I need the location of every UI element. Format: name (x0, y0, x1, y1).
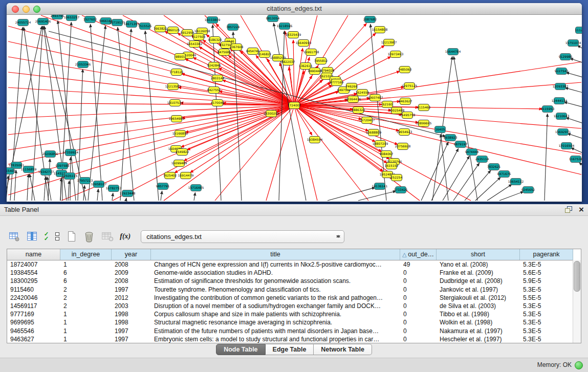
graph-node[interactable]: 16154808 (372, 27, 388, 33)
table-cell[interactable]: Corpus callosum shape and size in male p… (151, 310, 400, 318)
graph-edge[interactable] (431, 148, 459, 201)
graph-edge[interactable] (10, 27, 23, 201)
graph-node[interactable]: 16914479 (178, 172, 194, 179)
table-options-icon[interactable] (8, 231, 20, 242)
graph-node[interactable]: 10653257 (64, 15, 80, 21)
graph-edge[interactable] (571, 148, 582, 155)
table-cell[interactable]: 5.3E-5 (520, 302, 573, 310)
table-cell[interactable]: 1997 (112, 327, 151, 335)
graph-node[interactable]: 17359924 (63, 149, 79, 156)
graph-node[interactable]: 10973493 (388, 51, 404, 58)
graph-edge[interactable] (14, 170, 16, 201)
table-cell[interactable]: 1 (60, 310, 112, 318)
graph-node[interactable]: 10899695 (416, 120, 432, 127)
graph-edge[interactable] (565, 87, 582, 94)
table-cell[interactable]: 0 (400, 302, 437, 310)
column-header-title[interactable]: title (151, 249, 400, 260)
graph-node[interactable]: 16961758 (303, 49, 319, 56)
table-cell[interactable]: 9465546 (7, 327, 60, 335)
table-cell[interactable]: Franke et al. (2009) (437, 269, 520, 277)
table-cell[interactable]: 49 (400, 260, 437, 269)
column-header-pagerank[interactable]: pagerank (520, 249, 573, 260)
graph-node[interactable]: 8115953 (541, 106, 555, 113)
network-canvas[interactable]: 2405572420691406249379110653257152760284… (7, 15, 582, 202)
graph-node[interactable]: 9242848 (207, 62, 221, 69)
graph-edge[interactable] (88, 26, 105, 201)
graph-node[interactable]: 7663822 (154, 26, 167, 32)
graph-node[interactable]: 8822037 (281, 59, 295, 65)
graph-node[interactable]: 3915407 (7, 168, 16, 174)
graph-node[interactable]: 16644784 (445, 49, 461, 55)
graph-node[interactable]: 18107534 (167, 100, 183, 106)
graph-node[interactable]: 1167534 (569, 156, 582, 163)
table-cell[interactable]: 5.9E-5 (520, 277, 573, 285)
graph-node[interactable]: 12505115 (62, 173, 78, 180)
table-cell[interactable]: Investigating the contribution of common… (151, 294, 400, 302)
graph-edge[interactable] (499, 191, 524, 201)
table-cell[interactable]: 0 (400, 310, 437, 318)
table-panel-titlebar[interactable]: Table Panel × (0, 204, 588, 216)
close-panel-icon[interactable]: × (579, 205, 584, 214)
table-cell[interactable]: 18300295 (7, 277, 60, 285)
graph-edge[interactable] (566, 72, 582, 78)
graph-node[interactable]: 8427552 (207, 87, 221, 94)
table-cell[interactable]: Yano et al. (2008) (437, 260, 520, 269)
table-cell[interactable]: Dudbridge et al. (2008) (437, 277, 520, 285)
table-row[interactable]: 2242004622012Investigating the contribut… (7, 294, 581, 302)
column-header-short[interactable]: short (437, 249, 520, 260)
network-window-titlebar[interactable]: citations_edges.txt (7, 3, 582, 15)
graph-node[interactable]: 7485063 (398, 67, 412, 73)
graph-node[interactable]: 9245652 (521, 187, 535, 193)
graph-edge[interactable] (294, 105, 382, 151)
graph-node[interactable]: 15166852 (172, 130, 188, 137)
graph-node[interactable]: 16543382 (187, 41, 203, 48)
graph-edge[interactable] (120, 29, 131, 201)
graph-edge[interactable] (475, 177, 500, 201)
select-all-columns-icon[interactable]: ✓✓ (44, 232, 49, 241)
table-cell[interactable]: 0 (400, 294, 437, 302)
graph-node[interactable]: 18300295 (264, 111, 279, 117)
graph-node[interactable]: 9127503 (192, 34, 206, 40)
table-cell[interactable]: 5.3E-5 (520, 260, 573, 269)
graph-node[interactable]: 746266 (346, 83, 358, 90)
table-row[interactable]: 1938455462009Genome-wide association stu… (7, 269, 581, 277)
graph-edge[interactable] (293, 40, 294, 105)
table-cell[interactable]: Estimation of significance thresholds fo… (151, 277, 400, 285)
show-columns-icon[interactable] (26, 231, 38, 242)
graph-node[interactable]: 10607487 (367, 95, 383, 101)
table-cell[interactable]: 5.3E-5 (520, 327, 573, 335)
graph-node[interactable]: 16782753 (106, 185, 122, 192)
graph-node[interactable]: 18807299 (373, 141, 388, 147)
table-cell[interactable]: 1997 (112, 335, 151, 343)
graph-node[interactable]: 16640910 (296, 40, 312, 47)
graph-node[interactable]: 2935114 (475, 156, 489, 163)
graph-node[interactable]: 15751074 (565, 40, 581, 47)
graph-node[interactable]: 20206856 (42, 151, 58, 158)
table-cell[interactable]: Genome-wide association studies in ADHD. (151, 269, 400, 277)
graph-edge[interactable] (194, 192, 195, 201)
graph-node[interactable]: 16210643 (554, 113, 570, 120)
table-cell[interactable]: 1 (60, 327, 112, 335)
graph-node[interactable]: 9129986 (559, 54, 573, 60)
table-row[interactable]: 946554611997Estimation of the future num… (7, 327, 581, 335)
table-cell[interactable]: 0 (400, 269, 437, 277)
table-cell[interactable]: Jankovic et al. (1997) (437, 286, 520, 294)
table-cell[interactable]: 6 (60, 269, 112, 277)
graph-node[interactable]: 10958107 (91, 181, 107, 188)
graph-node[interactable]: 8186328 (208, 37, 222, 43)
table-row[interactable]: 969969511998Structural magnetic resonanc… (7, 318, 581, 326)
scrollbar-thumb[interactable] (574, 261, 580, 292)
graph-node[interactable]: 9474444 (465, 149, 479, 156)
graph-node[interactable]: 16033809 (205, 17, 221, 24)
table-cell[interactable]: 22420046 (7, 294, 60, 302)
graph-edge[interactable] (579, 162, 582, 169)
graph-node[interactable]: 9857791 (156, 183, 170, 190)
table-cell[interactable]: 2 (60, 294, 112, 302)
graph-edge[interactable] (328, 187, 375, 201)
table-cell[interactable]: 5.6E-5 (520, 269, 573, 277)
table-cell[interactable]: 0 (400, 327, 437, 335)
table-cell[interactable]: 5.3E-5 (520, 335, 573, 343)
table-cell[interactable]: 2008 (112, 277, 151, 285)
table-row[interactable]: 946362711997Embryonic stem cells: a mode… (7, 335, 581, 343)
tab-node-table[interactable]: Node Table (216, 344, 265, 355)
